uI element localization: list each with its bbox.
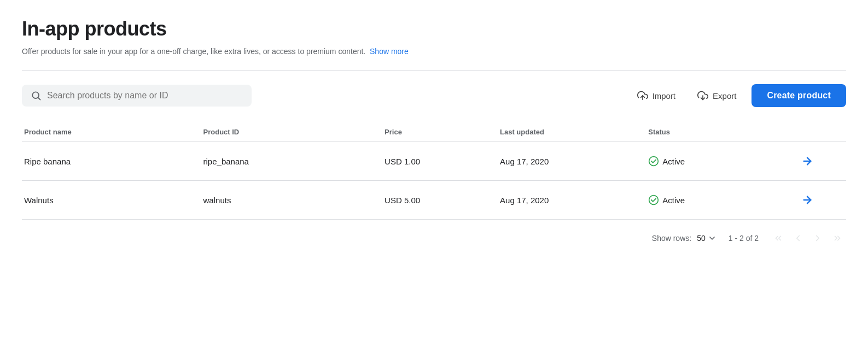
pagination-nav-buttons bbox=[770, 229, 846, 247]
import-button[interactable]: Import bbox=[631, 85, 683, 107]
cell-action-1 bbox=[797, 181, 846, 220]
cell-id-1: walnuts bbox=[203, 181, 385, 220]
cell-price-0: USD 1.00 bbox=[385, 142, 500, 181]
create-product-button[interactable]: Create product bbox=[752, 84, 846, 107]
page-subtitle: Offer products for sale in your app for … bbox=[22, 46, 846, 57]
chevron-down-icon bbox=[708, 234, 716, 243]
export-button[interactable]: Export bbox=[691, 85, 743, 107]
export-label: Export bbox=[713, 91, 736, 101]
cell-price-1: USD 5.00 bbox=[385, 181, 500, 220]
table-header-row: Product name Product ID Price Last updat… bbox=[22, 122, 846, 142]
status-label: Active bbox=[662, 157, 685, 166]
arrow-right-icon bbox=[801, 194, 813, 206]
rows-per-page-select[interactable]: 50 bbox=[696, 232, 718, 245]
svg-point-4 bbox=[649, 157, 659, 166]
col-header-id: Product ID bbox=[203, 122, 385, 142]
last-page-icon bbox=[832, 233, 842, 243]
active-status-icon bbox=[648, 194, 659, 205]
first-page-button[interactable] bbox=[770, 229, 787, 247]
next-page-button[interactable] bbox=[809, 229, 826, 247]
rows-select-container: Show rows: 50 bbox=[652, 232, 718, 245]
import-label: Import bbox=[653, 91, 676, 101]
arrow-right-icon bbox=[801, 155, 813, 167]
col-header-price: Price bbox=[385, 122, 500, 142]
next-page-icon bbox=[813, 233, 823, 243]
svg-line-1 bbox=[38, 98, 40, 100]
last-page-button[interactable] bbox=[829, 229, 846, 247]
export-icon bbox=[697, 90, 708, 101]
rows-per-page-value: 50 bbox=[697, 234, 706, 243]
prev-page-icon bbox=[793, 233, 803, 243]
row-arrow-button-0[interactable] bbox=[797, 153, 818, 169]
import-icon bbox=[637, 90, 648, 101]
show-rows-label: Show rows: bbox=[652, 234, 691, 243]
cell-status-1: Active bbox=[648, 181, 796, 220]
cell-action-0 bbox=[797, 142, 846, 181]
search-container bbox=[22, 85, 252, 107]
first-page-icon bbox=[773, 233, 783, 243]
cell-name-1: Walnuts bbox=[22, 181, 203, 220]
prev-page-button[interactable] bbox=[789, 229, 807, 247]
cell-name-0: Ripe banana bbox=[22, 142, 203, 181]
col-header-updated: Last updated bbox=[500, 122, 648, 142]
status-label: Active bbox=[662, 196, 685, 205]
page-title: In-app products bbox=[22, 17, 846, 40]
cell-status-0: Active bbox=[648, 142, 796, 181]
cell-updated-0: Aug 17, 2020 bbox=[500, 142, 648, 181]
search-icon bbox=[31, 90, 42, 101]
toolbar: Import Export Create product bbox=[22, 84, 846, 107]
cell-updated-1: Aug 17, 2020 bbox=[500, 181, 648, 220]
col-header-action bbox=[797, 122, 846, 142]
page-info: 1 - 2 of 2 bbox=[729, 234, 759, 243]
search-input[interactable] bbox=[47, 91, 243, 101]
col-header-status: Status bbox=[648, 122, 796, 142]
products-table: Product name Product ID Price Last updat… bbox=[22, 122, 846, 220]
col-header-name: Product name bbox=[22, 122, 203, 142]
table-row: Ripe banana ripe_banana USD 1.00 Aug 17,… bbox=[22, 142, 846, 181]
active-status-icon bbox=[648, 156, 659, 167]
table-row: Walnuts walnuts USD 5.00 Aug 17, 2020 Ac… bbox=[22, 181, 846, 220]
pagination-bar: Show rows: 50 1 - 2 of 2 bbox=[22, 220, 846, 251]
section-divider bbox=[22, 70, 846, 71]
row-arrow-button-1[interactable] bbox=[797, 192, 818, 208]
cell-id-0: ripe_banana bbox=[203, 142, 385, 181]
svg-point-6 bbox=[649, 196, 659, 205]
show-more-link[interactable]: Show more bbox=[370, 47, 409, 56]
